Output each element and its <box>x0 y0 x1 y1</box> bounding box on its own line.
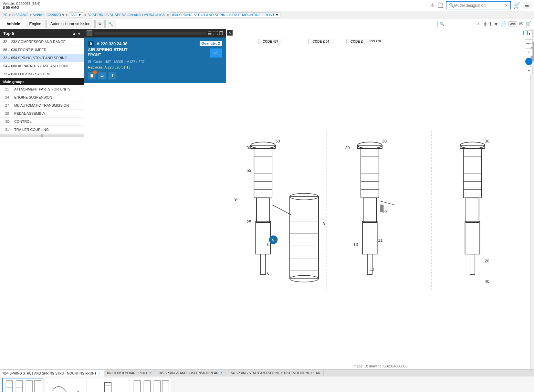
sidebar-group-21[interactable]: 21 ATTACHMENT PARTS FOR UNITS <box>0 85 84 93</box>
tab-105-edit-icon[interactable]: ↗ <box>220 371 223 375</box>
image-id: Image ID: drawing_B32054000003 <box>352 364 407 368</box>
svg-rect-8 <box>257 198 270 222</box>
breadcrumb-s55[interactable]: S 55 AMG <box>12 13 28 17</box>
sidebar-item-32-054[interactable]: 32 – 054 SPRING STRUT AND SPRING ... <box>0 54 84 62</box>
sidebar-item-32-232[interactable]: 32 – 232 COMPRESSOR AND RANGE ... <box>0 38 84 46</box>
tab-054-edit-icon[interactable]: ↗ <box>98 372 100 375</box>
tab-settings-icon[interactable]: ⚙ <box>95 20 105 28</box>
label-6a: 6 <box>267 242 269 247</box>
svg-label[interactable]: SVG <box>525 39 533 47</box>
part-replace-action[interactable]: ⇄ <box>98 72 106 79</box>
svg-rect-32 <box>367 254 372 275</box>
vehicle-edit-icon[interactable]: ✎ <box>62 13 65 17</box>
toolbar2-icons: ⊕ ℹ ▼ 📄 WIS ✉ 🛒 <box>484 21 531 27</box>
toolbar2-search-input[interactable] <box>445 22 477 26</box>
zoom-in-diagram-icon[interactable]: + <box>525 48 533 56</box>
tab-vehicle[interactable]: Vehicle <box>3 20 24 28</box>
svg-line-33 <box>379 201 394 205</box>
copy-icon[interactable]: ❐ <box>438 2 444 9</box>
breadcrumb-32springs[interactable]: 32 SPRINGS,SUSPENSION AND HYDRAULICS <box>88 13 165 17</box>
filter-icon[interactable]: ▼ <box>494 21 498 27</box>
sidebar-item-72-030[interactable]: 72 – 030 LOCKING SYSTEM <box>0 70 84 78</box>
tab-060-edit-icon[interactable]: ↗ <box>149 371 152 375</box>
thumbnail-tab-154[interactable]: 154 SPRING STRUT AND SPRING STRUT MOUNTI… <box>226 370 324 376</box>
sidebar-group-29[interactable]: 29 PEDAL ASSEMBLY <box>0 110 84 118</box>
sidebar-group-30[interactable]: 30 CONTROL <box>0 118 84 126</box>
cylinder-group: 8 <box>290 193 325 282</box>
label-30a: 30 <box>247 146 251 150</box>
diagram-close-icon[interactable]: ✕ <box>227 30 233 36</box>
zoom-in-icon[interactable]: ⊕ <box>484 21 488 27</box>
part-info-action[interactable]: ℹ <box>109 72 116 79</box>
tab-tools-icon[interactable]: 🔧 <box>105 20 116 28</box>
sidebar-header: Top 5 ▲ « <box>0 29 84 38</box>
middle-header-title <box>94 32 206 35</box>
svg-rect-48 <box>6 381 13 392</box>
document-icon[interactable]: 📄 <box>500 21 507 27</box>
thumbnail-060[interactable] <box>45 378 86 392</box>
search-icon[interactable]: 🔍 <box>449 3 454 8</box>
alert-icon[interactable]: ⚠ <box>430 2 435 8</box>
thumbnail-154[interactable] <box>130 378 171 392</box>
breadcrumb-66h-dropdown[interactable]: 66H ▼ <box>69 12 83 17</box>
breadcrumb-pc[interactable]: PC <box>3 13 7 17</box>
middle-checkbox[interactable] <box>87 30 92 36</box>
thumbnail-tab-060[interactable]: 060 TORSION BAR,FRONT ↗ <box>104 370 155 376</box>
code-headers: CODE 487 CODE Z 04 CODE Z FVV 220 <box>258 39 383 44</box>
svg-rect-34 <box>380 205 383 211</box>
search-input[interactable] <box>454 3 505 8</box>
thumbnail-054-img <box>3 378 43 392</box>
tab-engine[interactable]: Engine <box>25 20 45 28</box>
breadcrumb: PC > S 55 AMG > Vehicle: C220073 ✎ > 66H… <box>0 11 534 19</box>
sidebar-group-24[interactable]: 24 ENGINE SUSPENSION <box>0 93 84 101</box>
tab-automatic-transmission[interactable]: Automatic transmission <box>46 20 95 28</box>
doc-icon: 📋 <box>89 73 94 78</box>
breadcrumb-054-dropdown[interactable]: 054 SPRING STRUT AND SPRING STRUT MOUNTI… <box>171 12 280 17</box>
group-label-27: MB AUTOMATIC TRANSMISSION <box>14 103 69 107</box>
part-code: ⊞ Code: -487+-M005+-M137+-Z07; <box>88 59 222 64</box>
thumbnail-tab-054[interactable]: 054 SPRING STRUT AND SPRING STRUT MOUNTI… <box>0 370 104 376</box>
sidebar-close-icon[interactable]: « <box>78 31 80 36</box>
diagram-copy-icon[interactable]: ❐ <box>523 30 528 37</box>
right-scrollbar[interactable] <box>530 29 534 369</box>
label-8: 8 <box>323 222 325 226</box>
breadcrumb-vehicle[interactable]: Vehicle: C220073 <box>33 13 61 17</box>
label-13: 13 <box>353 242 358 247</box>
sidebar-item-54-080[interactable]: 54 – 080 APPARATUS CASE AND CONT... <box>0 62 84 70</box>
cart-icon[interactable]: 🛒 <box>513 2 520 9</box>
thumbnail-105[interactable] <box>87 378 129 392</box>
group-label-30: CONTROL <box>14 120 32 123</box>
wis-icon[interactable]: WIS <box>508 21 517 26</box>
sidebar-group-31[interactable]: 31 TRAILER COUPLING <box>0 126 84 134</box>
expand-view-icon[interactable]: ⛶ <box>213 31 218 36</box>
add-to-cart-button[interactable]: 🛒 <box>210 48 222 58</box>
lang-selector[interactable]: en <box>523 3 531 8</box>
thumbnail-105-img <box>88 378 128 392</box>
sidebar-collapse-icon[interactable]: ▲ <box>72 31 76 36</box>
toolbar2-search-icon[interactable]: 🔍 <box>440 22 445 26</box>
zoom-out-diagram-icon[interactable]: − <box>525 67 533 74</box>
zoom-dot-icon[interactable] <box>525 58 533 65</box>
svg-rect-44 <box>465 221 480 254</box>
info-icon[interactable]: ℹ <box>490 21 492 27</box>
middle-panel: ☰ ⛶ ❐ 5 A 220 320 24 38 AIR SPRING STRUT… <box>84 29 226 369</box>
group-num-31: 31 <box>5 128 12 132</box>
list-view-icon[interactable]: ☰ <box>208 31 212 36</box>
label-5-highlight: 5 <box>272 238 274 242</box>
code-z: CODE Z <box>346 39 367 44</box>
svg-rect-62 <box>134 381 141 392</box>
sidebar-group-27[interactable]: 27 MB AUTOMATIC TRANSMISSION <box>0 101 84 110</box>
clear-search-icon[interactable]: ✕ <box>505 3 508 8</box>
mail-icon[interactable]: ✉ <box>519 21 523 27</box>
sidebar-item-88-030[interactable]: 88 – 030 FRONT BUMPER <box>0 46 84 54</box>
header: Vehicle: C220073 (66H) S 55 AMG ⚠ ❐ 🔍 ✕ … <box>0 0 534 11</box>
part-actions: 📋 1 ⇄ ℹ <box>88 72 222 79</box>
part-doc-action[interactable]: 📋 1 <box>88 72 96 79</box>
cart-top-icon[interactable]: 🛒 <box>525 21 531 27</box>
part-info: 5 A 220 320 24 38 AIR SPRING STRUT FRONT <box>88 41 128 57</box>
thumbnail-tab-105[interactable]: 105 SPRINGS AND SUSPENSION,REAR ↗ <box>155 370 226 376</box>
thumbnail-054[interactable] <box>2 378 43 392</box>
group-num-21: 21 <box>5 87 12 91</box>
fullscreen-icon[interactable]: ❐ <box>219 31 223 36</box>
toolbar2-clear-icon[interactable]: ✕ <box>477 22 480 26</box>
